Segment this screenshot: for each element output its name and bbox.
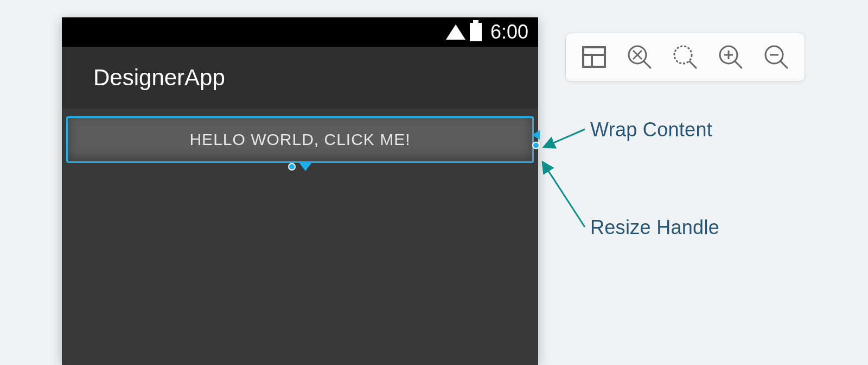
zoom-actual-icon xyxy=(672,44,698,70)
device-preview: 6:00 DesignerApp HELLO WORLD, CLICK ME! xyxy=(62,17,538,365)
svg-line-10 xyxy=(735,61,742,68)
zoom-out-icon xyxy=(763,44,789,70)
resize-handle-bottom[interactable] xyxy=(288,163,296,171)
svg-line-17 xyxy=(542,162,585,227)
zoom-actual-button[interactable] xyxy=(672,44,698,70)
designer-zoom-toolbar xyxy=(565,33,805,81)
layout-grid-icon xyxy=(582,46,606,68)
wrap-content-bottom-icon[interactable] xyxy=(299,162,312,171)
zoom-fit-icon xyxy=(627,44,653,70)
svg-rect-0 xyxy=(583,47,605,67)
wifi-icon xyxy=(446,24,465,40)
status-bar: 6:00 xyxy=(62,17,538,47)
callout-resize-handle: Resize Handle xyxy=(590,216,719,239)
app-bar: DesignerApp xyxy=(62,47,538,109)
battery-icon xyxy=(470,23,482,41)
status-time: 6:00 xyxy=(490,21,528,43)
svg-line-14 xyxy=(781,61,787,68)
svg-line-4 xyxy=(644,61,650,68)
selection-bottom-handles xyxy=(288,162,312,171)
zoom-in-icon xyxy=(718,44,744,70)
zoom-fit-button[interactable] xyxy=(627,44,653,70)
wrap-content-chevron-icon[interactable] xyxy=(532,130,540,140)
app-title: DesignerApp xyxy=(93,65,225,91)
hello-world-button-label: HELLO WORLD, CLICK ME! xyxy=(189,130,410,149)
svg-line-8 xyxy=(690,61,696,68)
layout-surface[interactable]: HELLO WORLD, CLICK ME! xyxy=(62,109,538,365)
hello-world-button[interactable]: HELLO WORLD, CLICK ME! xyxy=(66,116,534,163)
callout-wrap-content: Wrap Content xyxy=(590,118,712,141)
zoom-out-button[interactable] xyxy=(763,44,789,70)
resize-handle-right[interactable] xyxy=(532,142,540,149)
surface-mode-button[interactable] xyxy=(581,44,607,70)
zoom-in-button[interactable] xyxy=(718,44,744,70)
selection-right-handles xyxy=(532,130,540,149)
svg-line-16 xyxy=(544,129,585,147)
